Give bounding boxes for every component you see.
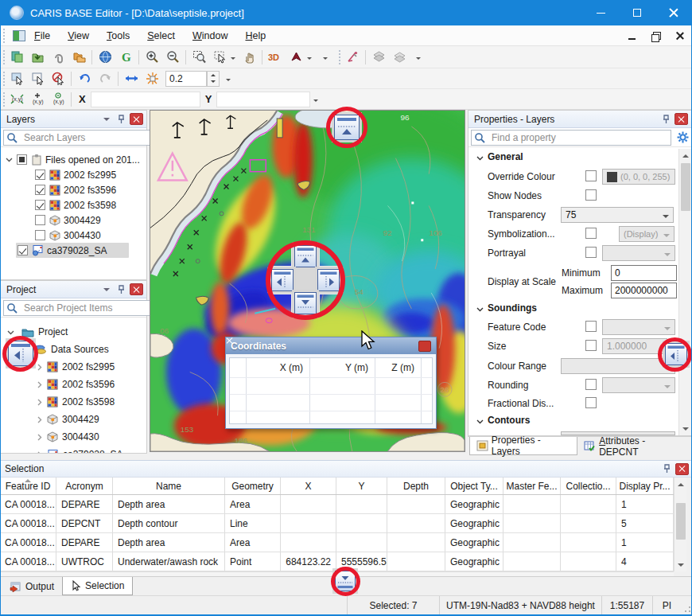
symbolization-dropdown[interactable]: (Display)	[619, 226, 675, 242]
dock-left-button[interactable]	[271, 269, 294, 291]
tree-item-ca379028-sa[interactable]: ca379028_SA	[1, 243, 146, 258]
layers-panel-header[interactable]: Layers	[1, 111, 146, 128]
snap-point-button[interactable]	[142, 69, 162, 88]
pan-button[interactable]	[239, 48, 259, 67]
section-expanded-icon[interactable]	[476, 306, 484, 313]
3d-view-button[interactable]: 3D	[265, 48, 286, 67]
move-feature-button[interactable]	[121, 69, 142, 88]
section-general[interactable]: General	[488, 151, 523, 162]
tree-item-project-3004429[interactable]: 3004429	[1, 411, 146, 428]
panel-close-button[interactable]	[130, 113, 143, 125]
toolbar-overflow[interactable]	[226, 79, 231, 84]
column-header-y[interactable]: Y	[336, 478, 387, 494]
column-header-acronym[interactable]: Acronym	[56, 478, 113, 494]
tree-item-project-ca379028-sa[interactable]: ca379028_SA	[1, 446, 146, 453]
layers-search-box[interactable]	[3, 130, 151, 146]
menu-window[interactable]: Window	[184, 25, 236, 46]
properties-search-input[interactable]	[488, 132, 671, 143]
dock-panel-bottom-button[interactable]	[335, 571, 356, 591]
panel-close-button[interactable]	[675, 463, 689, 475]
toolbar-overflow[interactable]	[323, 57, 328, 62]
panel-close-button[interactable]	[130, 283, 143, 295]
override-colour-value[interactable]: (0, 0, 0, 255)	[602, 169, 675, 185]
tree-item-files-opened[interactable]: Files opened on 201...	[1, 152, 146, 167]
menu-select[interactable]: Select	[138, 25, 184, 46]
section-soundings[interactable]: Soundings	[488, 302, 537, 314]
portrayal-dropdown[interactable]	[602, 245, 675, 261]
tree-checkbox[interactable]	[17, 154, 27, 165]
dock-top-button[interactable]	[334, 115, 360, 140]
section-contours[interactable]: Contours	[488, 415, 530, 426]
dock-up-button[interactable]	[294, 245, 317, 267]
close-button[interactable]	[655, 0, 692, 25]
menu-file[interactable]: File	[25, 25, 59, 46]
tree-checkbox[interactable]	[17, 245, 28, 255]
tab-selection[interactable]: Selection	[62, 577, 133, 595]
table-row[interactable]: CA 00018...UWTROCUnderwater/awash rockPo…	[0, 552, 674, 571]
menu-view[interactable]: View	[59, 25, 98, 46]
dock-down-button[interactable]	[294, 292, 317, 314]
tree-item-project-root[interactable]: Project	[1, 323, 146, 341]
properties-panel-header[interactable]: Properties - Layers	[468, 111, 691, 128]
scroll-up-button[interactable]	[675, 478, 687, 490]
pin-button[interactable]	[659, 113, 672, 126]
panel-close-button[interactable]	[675, 113, 688, 125]
table-row[interactable]: CA 00018...DEPAREDepth areaAreaGeographi…	[0, 495, 674, 514]
select-clear-button[interactable]	[48, 69, 68, 88]
rounding-checkbox[interactable]	[585, 379, 597, 390]
column-header-display-priority[interactable]: Display Pr...	[616, 478, 674, 494]
panel-menu-button[interactable]	[100, 113, 113, 126]
tree-item-2002-fs3596[interactable]: 2002 fs3596	[1, 182, 146, 197]
tree-item-3004429[interactable]: 3004429	[1, 212, 146, 228]
tree-checkbox[interactable]	[35, 230, 45, 240]
dock-panel-right-button[interactable]	[665, 343, 687, 365]
select-tool-dropdown[interactable]	[231, 57, 235, 62]
paste-button[interactable]	[6, 48, 27, 67]
maximize-button[interactable]	[619, 0, 655, 25]
feature-code-checkbox[interactable]	[585, 321, 597, 332]
coordinates-title-bar[interactable]: Coordinates	[226, 337, 436, 354]
coordinates-close-button[interactable]	[418, 341, 431, 352]
select-add-button[interactable]	[27, 69, 48, 88]
layers-search-input[interactable]	[21, 132, 150, 143]
tab-properties-layers[interactable]: Properties - Layers	[469, 437, 577, 455]
toolbar-overflow[interactable]	[313, 99, 318, 104]
selection-panel-header[interactable]: Selection	[0, 460, 692, 478]
scroll-down-button[interactable]	[675, 559, 687, 571]
settings-button[interactable]	[676, 131, 689, 144]
table-row[interactable]: CA 00018...DEPCNTDepth contourLineGeogra…	[0, 514, 674, 533]
scrollbar-thumb[interactable]	[676, 503, 686, 540]
digitize-button[interactable]	[342, 48, 363, 67]
column-header-master-feature[interactable]: Master Fe...	[503, 478, 561, 494]
tree-item-project-2002-fs3598[interactable]: 2002 fs3598	[1, 393, 146, 411]
north-arrow-button[interactable]	[286, 48, 306, 67]
column-header-x[interactable]: X	[281, 478, 336, 494]
mdi-minimize-button[interactable]	[625, 30, 638, 41]
symbolization-checkbox[interactable]	[585, 228, 597, 239]
pin-button[interactable]	[115, 283, 127, 296]
scroll-up-button[interactable]	[679, 149, 692, 162]
size-input[interactable]: 1.000000	[602, 338, 667, 354]
add-xy-button[interactable]: (x,y)	[27, 90, 48, 109]
select-new-button[interactable]	[6, 69, 27, 88]
properties-scrollbar[interactable]	[678, 149, 691, 435]
layer-extract-button[interactable]	[389, 48, 410, 67]
north-arrow-dropdown[interactable]	[307, 57, 312, 62]
google-earth-button[interactable]: G	[115, 48, 136, 67]
copy-structure-button[interactable]	[68, 48, 89, 67]
section-expanded-icon[interactable]	[476, 154, 484, 162]
column-header-feature-id[interactable]: Feature ID	[0, 478, 56, 494]
column-header-name[interactable]: Name	[113, 478, 225, 494]
target-xy-button[interactable]: (x,y)	[48, 90, 68, 109]
move-xy-button[interactable]: (x,y)	[6, 90, 27, 109]
panel-menu-button[interactable]	[100, 283, 113, 296]
tree-item-3004430[interactable]: 3004430	[1, 228, 146, 243]
tree-checkbox[interactable]	[35, 170, 45, 180]
column-header-depth[interactable]: Depth	[387, 478, 445, 494]
select-tool-button[interactable]	[209, 48, 230, 67]
redo-selection-button[interactable]	[95, 69, 115, 88]
dock-right-button[interactable]	[317, 269, 340, 291]
scroll-down-button[interactable]	[679, 423, 692, 435]
menu-help[interactable]: Help	[236, 25, 274, 46]
toolbar-overflow[interactable]	[416, 57, 421, 62]
